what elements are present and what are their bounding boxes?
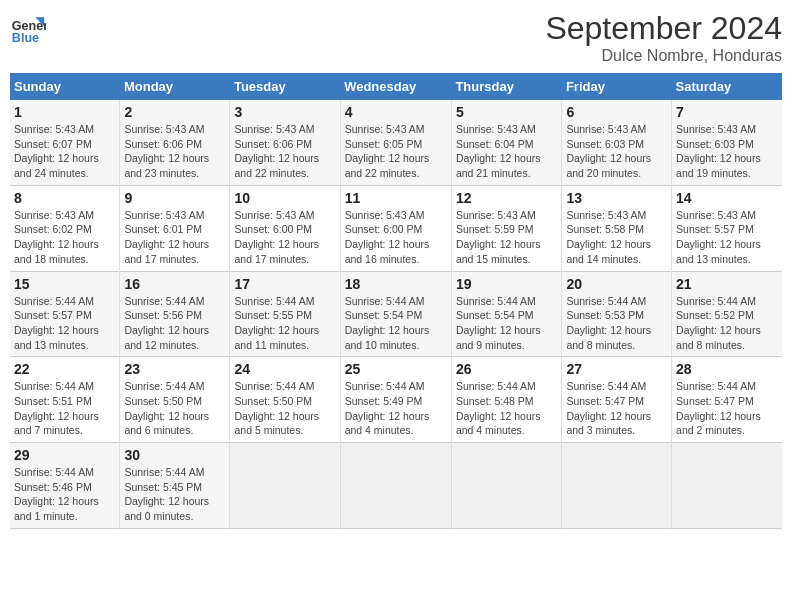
calendar-cell: 28Sunrise: 5:44 AM Sunset: 5:47 PM Dayli… [672,357,782,443]
calendar-cell: 13Sunrise: 5:43 AM Sunset: 5:58 PM Dayli… [562,185,672,271]
calendar-cell: 10Sunrise: 5:43 AM Sunset: 6:00 PM Dayli… [230,185,340,271]
day-number: 20 [566,276,667,292]
day-info: Sunrise: 5:43 AM Sunset: 6:00 PM Dayligh… [234,208,335,267]
calendar-cell: 5Sunrise: 5:43 AM Sunset: 6:04 PM Daylig… [451,100,562,185]
calendar-cell: 15Sunrise: 5:44 AM Sunset: 5:57 PM Dayli… [10,271,120,357]
day-number: 13 [566,190,667,206]
day-number: 8 [14,190,115,206]
day-number: 21 [676,276,778,292]
calendar-cell: 20Sunrise: 5:44 AM Sunset: 5:53 PM Dayli… [562,271,672,357]
day-info: Sunrise: 5:44 AM Sunset: 5:50 PM Dayligh… [124,379,225,438]
day-number: 17 [234,276,335,292]
day-info: Sunrise: 5:43 AM Sunset: 6:03 PM Dayligh… [566,122,667,181]
day-info: Sunrise: 5:44 AM Sunset: 5:46 PM Dayligh… [14,465,115,524]
day-info: Sunrise: 5:44 AM Sunset: 5:57 PM Dayligh… [14,294,115,353]
day-number: 18 [345,276,447,292]
calendar-cell: 24Sunrise: 5:44 AM Sunset: 5:50 PM Dayli… [230,357,340,443]
location: Dulce Nombre, Honduras [545,47,782,65]
day-info: Sunrise: 5:43 AM Sunset: 5:57 PM Dayligh… [676,208,778,267]
page-header: General Blue September 2024 Dulce Nombre… [10,10,782,65]
col-sunday: Sunday [10,73,120,100]
calendar-cell [562,443,672,529]
day-info: Sunrise: 5:43 AM Sunset: 5:59 PM Dayligh… [456,208,558,267]
logo: General Blue [10,10,46,46]
day-info: Sunrise: 5:44 AM Sunset: 5:54 PM Dayligh… [345,294,447,353]
col-thursday: Thursday [451,73,562,100]
day-info: Sunrise: 5:44 AM Sunset: 5:51 PM Dayligh… [14,379,115,438]
calendar-week-3: 15Sunrise: 5:44 AM Sunset: 5:57 PM Dayli… [10,271,782,357]
day-info: Sunrise: 5:43 AM Sunset: 6:00 PM Dayligh… [345,208,447,267]
day-info: Sunrise: 5:43 AM Sunset: 6:03 PM Dayligh… [676,122,778,181]
day-number: 12 [456,190,558,206]
day-number: 1 [14,104,115,120]
calendar-cell: 14Sunrise: 5:43 AM Sunset: 5:57 PM Dayli… [672,185,782,271]
day-info: Sunrise: 5:43 AM Sunset: 6:07 PM Dayligh… [14,122,115,181]
day-number: 27 [566,361,667,377]
calendar-cell: 30Sunrise: 5:44 AM Sunset: 5:45 PM Dayli… [120,443,230,529]
logo-icon: General Blue [10,10,46,46]
day-info: Sunrise: 5:44 AM Sunset: 5:47 PM Dayligh… [676,379,778,438]
calendar-week-5: 29Sunrise: 5:44 AM Sunset: 5:46 PM Dayli… [10,443,782,529]
day-info: Sunrise: 5:44 AM Sunset: 5:48 PM Dayligh… [456,379,558,438]
day-info: Sunrise: 5:43 AM Sunset: 6:06 PM Dayligh… [124,122,225,181]
day-info: Sunrise: 5:44 AM Sunset: 5:54 PM Dayligh… [456,294,558,353]
day-number: 3 [234,104,335,120]
day-number: 25 [345,361,447,377]
calendar-cell: 26Sunrise: 5:44 AM Sunset: 5:48 PM Dayli… [451,357,562,443]
col-tuesday: Tuesday [230,73,340,100]
day-number: 28 [676,361,778,377]
day-info: Sunrise: 5:43 AM Sunset: 6:04 PM Dayligh… [456,122,558,181]
calendar-week-1: 1Sunrise: 5:43 AM Sunset: 6:07 PM Daylig… [10,100,782,185]
day-number: 16 [124,276,225,292]
day-info: Sunrise: 5:44 AM Sunset: 5:55 PM Dayligh… [234,294,335,353]
day-info: Sunrise: 5:44 AM Sunset: 5:47 PM Dayligh… [566,379,667,438]
day-number: 19 [456,276,558,292]
calendar-cell: 29Sunrise: 5:44 AM Sunset: 5:46 PM Dayli… [10,443,120,529]
day-info: Sunrise: 5:44 AM Sunset: 5:45 PM Dayligh… [124,465,225,524]
day-info: Sunrise: 5:44 AM Sunset: 5:50 PM Dayligh… [234,379,335,438]
header-row: Sunday Monday Tuesday Wednesday Thursday… [10,73,782,100]
calendar-cell [230,443,340,529]
calendar-cell [672,443,782,529]
day-number: 7 [676,104,778,120]
calendar-cell: 2Sunrise: 5:43 AM Sunset: 6:06 PM Daylig… [120,100,230,185]
day-info: Sunrise: 5:43 AM Sunset: 5:58 PM Dayligh… [566,208,667,267]
calendar-cell: 4Sunrise: 5:43 AM Sunset: 6:05 PM Daylig… [340,100,451,185]
calendar-cell [340,443,451,529]
calendar-cell: 9Sunrise: 5:43 AM Sunset: 6:01 PM Daylig… [120,185,230,271]
calendar-cell: 21Sunrise: 5:44 AM Sunset: 5:52 PM Dayli… [672,271,782,357]
day-info: Sunrise: 5:44 AM Sunset: 5:52 PM Dayligh… [676,294,778,353]
calendar-cell: 3Sunrise: 5:43 AM Sunset: 6:06 PM Daylig… [230,100,340,185]
col-saturday: Saturday [672,73,782,100]
day-number: 29 [14,447,115,463]
day-number: 26 [456,361,558,377]
month-title: September 2024 [545,10,782,47]
day-number: 24 [234,361,335,377]
day-number: 30 [124,447,225,463]
calendar-cell: 12Sunrise: 5:43 AM Sunset: 5:59 PM Dayli… [451,185,562,271]
day-number: 4 [345,104,447,120]
day-info: Sunrise: 5:43 AM Sunset: 6:06 PM Dayligh… [234,122,335,181]
calendar-cell: 19Sunrise: 5:44 AM Sunset: 5:54 PM Dayli… [451,271,562,357]
calendar-cell: 7Sunrise: 5:43 AM Sunset: 6:03 PM Daylig… [672,100,782,185]
calendar-cell: 6Sunrise: 5:43 AM Sunset: 6:03 PM Daylig… [562,100,672,185]
day-info: Sunrise: 5:44 AM Sunset: 5:56 PM Dayligh… [124,294,225,353]
calendar-cell: 18Sunrise: 5:44 AM Sunset: 5:54 PM Dayli… [340,271,451,357]
day-info: Sunrise: 5:43 AM Sunset: 6:01 PM Dayligh… [124,208,225,267]
title-block: September 2024 Dulce Nombre, Honduras [545,10,782,65]
svg-text:Blue: Blue [12,31,39,45]
day-number: 10 [234,190,335,206]
calendar-week-2: 8Sunrise: 5:43 AM Sunset: 6:02 PM Daylig… [10,185,782,271]
day-info: Sunrise: 5:43 AM Sunset: 6:05 PM Dayligh… [345,122,447,181]
day-number: 6 [566,104,667,120]
calendar-cell: 1Sunrise: 5:43 AM Sunset: 6:07 PM Daylig… [10,100,120,185]
calendar-cell: 16Sunrise: 5:44 AM Sunset: 5:56 PM Dayli… [120,271,230,357]
calendar-cell: 11Sunrise: 5:43 AM Sunset: 6:00 PM Dayli… [340,185,451,271]
day-number: 15 [14,276,115,292]
day-number: 14 [676,190,778,206]
day-info: Sunrise: 5:43 AM Sunset: 6:02 PM Dayligh… [14,208,115,267]
day-info: Sunrise: 5:44 AM Sunset: 5:49 PM Dayligh… [345,379,447,438]
calendar-cell [451,443,562,529]
calendar-cell: 22Sunrise: 5:44 AM Sunset: 5:51 PM Dayli… [10,357,120,443]
calendar-table: Sunday Monday Tuesday Wednesday Thursday… [10,73,782,529]
